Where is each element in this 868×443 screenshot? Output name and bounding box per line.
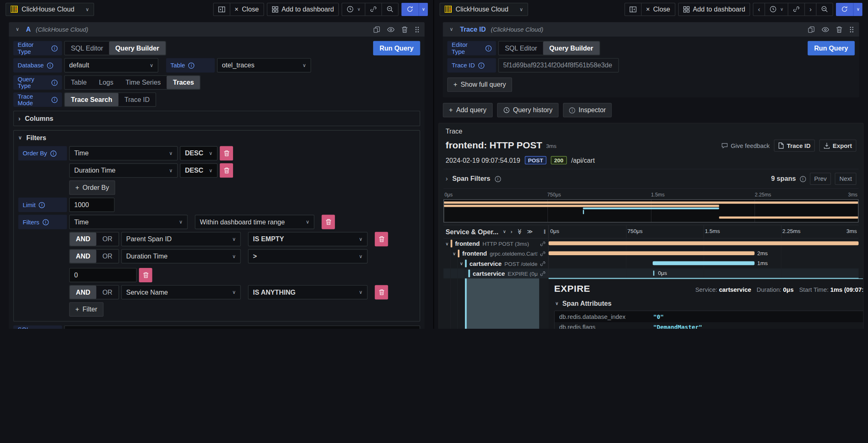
query-type-timeseries[interactable]: Time Series (120, 76, 167, 89)
refresh-interval-caret[interactable]: ∨ (854, 2, 862, 16)
sql-editor-option[interactable]: SQL Editor (499, 42, 543, 55)
prev-span-button[interactable]: Prev (810, 173, 831, 185)
service-operation-column-header[interactable]: Service & Oper... (446, 228, 498, 235)
show-full-query-button[interactable]: +Show full query (447, 78, 512, 92)
filter-value-input[interactable]: 0 (69, 268, 136, 282)
or-option[interactable]: OR (96, 286, 118, 299)
remove-order-by-button[interactable] (220, 146, 233, 161)
collapse-all-icon[interactable]: ≫ (517, 229, 523, 235)
collapse-icon[interactable]: ∨ (448, 27, 455, 32)
datasource-picker[interactable]: ClickHouse Cloud ∨ (5, 2, 94, 16)
trace-id-button[interactable]: Trace ID (774, 139, 815, 152)
span-bar[interactable] (549, 251, 755, 255)
link-shorten-button[interactable] (788, 3, 805, 15)
and-option[interactable]: AND (70, 286, 97, 299)
add-order-by-button[interactable]: +Order By (69, 180, 115, 195)
zoom-out-button[interactable] (382, 3, 398, 15)
run-query-split-button[interactable]: ∨ (402, 2, 428, 16)
query-builder-option[interactable]: Query Builder (543, 42, 600, 55)
chevron-right-icon[interactable]: › (446, 175, 448, 183)
split-pane-button[interactable] (214, 3, 230, 15)
span-link-icon[interactable] (540, 240, 546, 247)
span-row[interactable]: ∨ frontend HTTP POST (3ms) (443, 239, 859, 249)
chevron-down-icon[interactable]: ∨ (458, 261, 465, 266)
export-button[interactable]: Export (820, 139, 856, 152)
minimap-viewport[interactable] (443, 199, 859, 223)
datasource-picker[interactable]: ClickHouse Cloud ∨ (439, 2, 528, 16)
remove-query-trash-icon[interactable] (836, 26, 843, 33)
attribute-row[interactable]: db.redis.database_index"0" (555, 311, 864, 322)
remove-filter-button[interactable] (375, 285, 388, 300)
drag-handle-icon[interactable] (849, 26, 854, 33)
time-picker-button[interactable]: ∨ (342, 3, 365, 15)
span-row-selected[interactable]: cartservice EXPIRE (0μs) 0μs (443, 268, 859, 278)
limit-input[interactable]: 1000 (69, 198, 114, 212)
or-option[interactable]: OR (96, 249, 118, 263)
add-to-dashboard-button[interactable]: Add to dashboard (267, 2, 339, 16)
add-query-button[interactable]: +Add query (443, 103, 493, 118)
remove-order-by-button-2[interactable] (220, 163, 233, 178)
span-row[interactable]: ∨ cartservice POST /oteldemo 1ms (443, 258, 859, 268)
inspector-button[interactable]: Inspector (563, 103, 612, 118)
query-editor-header[interactable]: ∨ Trace ID (ClickHouse Cloud) (443, 22, 859, 37)
trace-search-option[interactable]: Trace Search (65, 93, 118, 106)
filter-op-select[interactable]: IS EMPTY∨ (248, 232, 367, 246)
next-span-button[interactable]: Next (835, 173, 856, 185)
query-type-logs[interactable]: Logs (93, 76, 120, 89)
filter-field-select[interactable]: Parent Span ID∨ (121, 232, 241, 246)
run-query-split-button[interactable]: ∨ (836, 2, 862, 16)
hide-query-eye-icon[interactable] (387, 26, 395, 33)
span-link-icon[interactable] (540, 261, 546, 267)
query-history-button[interactable]: Query history (497, 103, 559, 118)
remove-filter-button[interactable] (322, 215, 335, 229)
time-picker-button[interactable]: ∨ (765, 3, 788, 15)
zoom-out-button[interactable] (817, 3, 833, 15)
filters-section-header[interactable]: ∨Filters (18, 134, 415, 142)
span-link-icon[interactable] (540, 270, 546, 277)
remove-query-trash-icon[interactable] (402, 26, 408, 33)
span-bar[interactable] (549, 241, 859, 245)
duplicate-query-icon[interactable] (373, 26, 381, 33)
filter-op-select[interactable]: >∨ (248, 249, 367, 263)
trace-id-input[interactable]: 5f1d69baf92314f20d4f8f561b58e3de (498, 58, 619, 72)
filter-time-field-select[interactable]: Time∨ (69, 215, 187, 229)
remove-filter-button[interactable] (375, 232, 388, 246)
filter-field-select[interactable]: Service Name∨ (121, 285, 241, 300)
expand-all-icon[interactable]: ≫ (527, 228, 533, 235)
filter-field-select[interactable]: Duration Time∨ (121, 249, 241, 263)
chevron-down-icon[interactable]: ∨ (443, 241, 451, 246)
database-select[interactable]: default∨ (64, 58, 158, 72)
duplicate-query-icon[interactable] (808, 26, 815, 33)
order-by-dir-select-2[interactable]: DESC∨ (180, 163, 218, 178)
chevron-down-icon[interactable]: ∨ (503, 229, 506, 234)
and-option[interactable]: AND (70, 233, 97, 246)
order-by-field-select-2[interactable]: Duration Time∨ (69, 163, 178, 178)
columns-section[interactable]: ›Columns (13, 111, 420, 126)
span-filters-label[interactable]: Span Filters (452, 175, 490, 183)
close-pane-button[interactable]: × Close (230, 3, 263, 15)
and-option[interactable]: AND (70, 249, 97, 263)
or-option[interactable]: OR (96, 233, 118, 246)
refresh-interval-caret[interactable]: ∨ (419, 2, 428, 16)
collapse-icon[interactable]: ∨ (14, 27, 21, 32)
span-tick[interactable] (653, 271, 655, 276)
drag-handle-icon[interactable] (415, 26, 420, 33)
filter-op-select[interactable]: IS ANYTHING∨ (248, 285, 367, 300)
link-shorten-button[interactable] (365, 3, 382, 15)
span-bar[interactable] (652, 261, 755, 265)
order-by-dir-select[interactable]: DESC∨ (180, 146, 218, 161)
time-shift-back-button[interactable]: ‹ (754, 3, 765, 15)
expand-one-icon[interactable]: › (510, 228, 512, 235)
time-shift-forward-button[interactable]: › (805, 3, 817, 15)
run-query-button[interactable]: Run Query (808, 41, 855, 55)
close-pane-button[interactable]: × Close (642, 3, 674, 15)
query-builder-option[interactable]: Query Builder (109, 42, 166, 55)
attribute-row[interactable]: db.redis.flags"DemandMaster" (555, 322, 864, 329)
give-feedback-link[interactable]: Give feedback (721, 142, 770, 149)
span-row[interactable]: ∨ frontend grpc.oteldemo.CartSer 2ms (443, 249, 859, 258)
trace-id-option[interactable]: Trace ID (118, 93, 156, 106)
run-query-button[interactable]: Run Query (373, 41, 420, 55)
filter-time-op-select[interactable]: Within dashboard time range∨ (195, 215, 314, 229)
column-resize-handle[interactable]: ∥ (544, 229, 546, 234)
query-type-table[interactable]: Table (65, 76, 93, 89)
